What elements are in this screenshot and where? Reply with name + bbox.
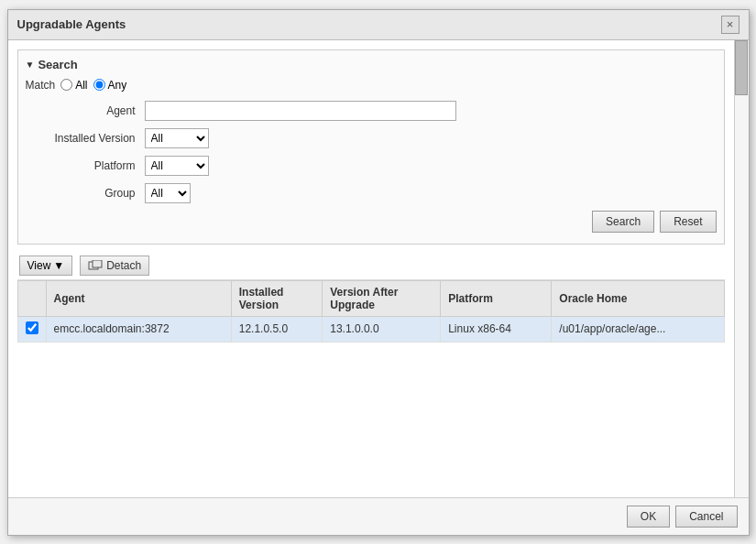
agent-label: Agent xyxy=(26,104,145,117)
table-row[interactable]: emcc.localdomain:3872 12.1.0.5.0 13.1.0.… xyxy=(17,316,724,342)
ok-button[interactable]: OK xyxy=(627,506,670,528)
row-agent: emcc.localdomain:3872 xyxy=(46,316,231,342)
search-section-title: Search xyxy=(38,58,77,71)
row-version-after-upgrade: 13.1.0.0.0 xyxy=(323,316,441,342)
svg-rect-1 xyxy=(93,260,102,267)
search-section: ▼ Search Match All Any xyxy=(17,49,725,245)
platform-select[interactable]: All xyxy=(145,156,209,176)
row-installed-version: 12.1.0.5.0 xyxy=(231,316,322,342)
upgradable-agents-dialog: Upgradable Agents × ▼ Search Match All xyxy=(7,9,750,536)
view-label: View xyxy=(27,259,51,272)
table-header: Agent InstalledVersion Version AfterUpgr… xyxy=(17,280,724,316)
scrollbar[interactable] xyxy=(734,40,749,497)
view-toolbar: View ▼ Detach xyxy=(17,252,725,280)
col-installed-version: InstalledVersion xyxy=(231,280,322,316)
detach-label: Detach xyxy=(106,259,141,272)
table-container: Agent InstalledVersion Version AfterUpgr… xyxy=(17,280,725,488)
search-button[interactable]: Search xyxy=(592,211,654,233)
table-body: emcc.localdomain:3872 12.1.0.5.0 13.1.0.… xyxy=(17,316,724,342)
match-all-label[interactable]: All xyxy=(60,79,87,92)
agent-row: Agent xyxy=(26,101,717,121)
cancel-button[interactable]: Cancel xyxy=(675,506,737,528)
dialog-footer: OK Cancel xyxy=(8,497,749,535)
platform-row: Platform All xyxy=(26,156,717,176)
search-buttons: Search Reset xyxy=(26,211,717,233)
collapse-icon: ▼ xyxy=(26,60,35,70)
match-any-radio[interactable] xyxy=(93,79,105,91)
results-table: Agent InstalledVersion Version AfterUpgr… xyxy=(17,280,725,343)
match-all-text: All xyxy=(75,79,87,92)
dialog-titlebar: Upgradable Agents × xyxy=(8,10,749,40)
scrollbar-thumb[interactable] xyxy=(735,40,748,95)
col-oracle-home: Oracle Home xyxy=(552,280,724,316)
group-row: Group All xyxy=(26,183,717,203)
group-select[interactable]: All xyxy=(145,183,191,203)
match-label: Match xyxy=(26,79,56,92)
agent-input[interactable] xyxy=(145,101,456,121)
row-checkbox[interactable] xyxy=(26,321,38,334)
col-checkbox xyxy=(17,280,46,316)
row-oracle-home: /u01/app/oracle/age... xyxy=(552,316,724,342)
dialog-title: Upgradable Agents xyxy=(17,17,126,31)
row-checkbox-cell[interactable] xyxy=(17,316,46,342)
reset-button[interactable]: Reset xyxy=(660,211,716,233)
col-platform: Platform xyxy=(441,280,552,316)
match-any-text: Any xyxy=(108,79,127,92)
platform-label: Platform xyxy=(26,159,145,172)
col-version-after-upgrade: Version AfterUpgrade xyxy=(323,280,441,316)
match-any-label[interactable]: Any xyxy=(93,79,127,92)
view-chevron-icon: ▼ xyxy=(53,259,64,272)
installed-version-label: Installed Version xyxy=(26,132,145,145)
installed-version-select[interactable]: All xyxy=(145,128,209,148)
installed-version-row: Installed Version All xyxy=(26,128,717,148)
dialog-body: ▼ Search Match All Any xyxy=(8,40,749,497)
detach-button[interactable]: Detach xyxy=(80,256,149,276)
view-button[interactable]: View ▼ xyxy=(19,256,73,276)
detach-icon xyxy=(88,260,103,271)
close-button[interactable]: × xyxy=(721,16,740,34)
main-content: ▼ Search Match All Any xyxy=(8,40,734,497)
group-label: Group xyxy=(26,187,145,200)
col-agent: Agent xyxy=(46,280,231,316)
row-platform: Linux x86-64 xyxy=(441,316,552,342)
match-row: Match All Any xyxy=(26,79,717,92)
match-all-radio[interactable] xyxy=(60,79,72,91)
header-row: Agent InstalledVersion Version AfterUpgr… xyxy=(17,280,724,316)
search-header: ▼ Search xyxy=(26,58,717,71)
